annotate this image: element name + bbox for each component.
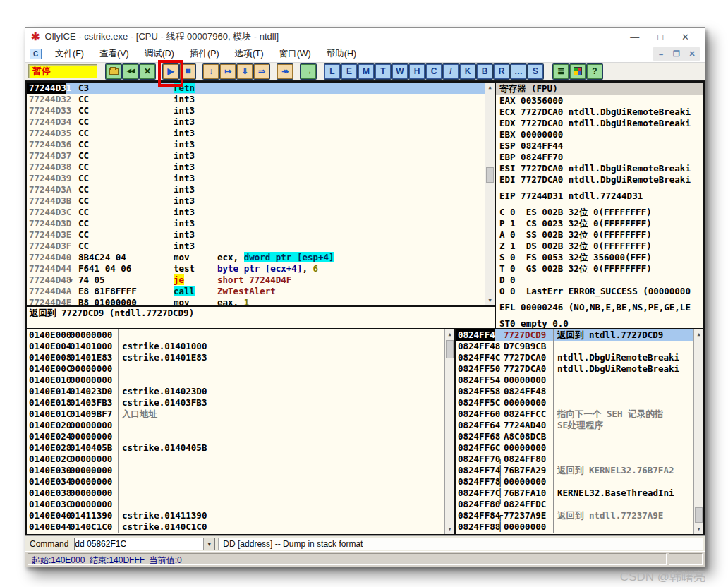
go-to-address-button[interactable]: →: [301, 64, 316, 79]
stack-row[interactable]: 0824FF78│00000000: [456, 476, 703, 488]
dump-row[interactable]: 0140E0280140405Bcstrike.0140405B: [27, 442, 454, 454]
register-line[interactable]: ESP 0824FF44: [496, 140, 703, 152]
dump-row[interactable]: 0140E03400000000: [27, 476, 454, 488]
dump-row[interactable]: 0140E04001411390cstrike.01411390: [27, 510, 454, 521]
disasm-row[interactable]: 77244D39CCint3: [27, 173, 495, 184]
menu-item[interactable]: 帮助(H): [320, 47, 363, 61]
close-icon[interactable]: ✕: [681, 32, 689, 42]
dump-row[interactable]: 0140E00401401000cstrike.01401000: [27, 341, 454, 352]
letter-button-/[interactable]: /: [443, 64, 459, 79]
stack-row[interactable]: 0824FF48D7C9B9CB: [456, 341, 703, 352]
stack-row[interactable]: 0824FF647724AD40SE处理程序: [456, 420, 703, 431]
stack-row[interactable]: 0824FF6C00000000: [456, 442, 703, 454]
disasm-row[interactable]: 77244D3ECCint3: [27, 229, 495, 241]
dump-row[interactable]: 0140E02C00000000: [27, 454, 454, 465]
stack-row[interactable]: 0824FF74│76B7FA29返回到 KERNEL32.76B7FA2: [456, 465, 703, 476]
step-into-button[interactable]: ↓: [203, 64, 219, 79]
dump-row[interactable]: 0140E0440140C1C0cstrike.0140C1C0: [27, 521, 454, 533]
run-button[interactable]: ▶: [163, 64, 178, 79]
stack-row[interactable]: 0824FF447727DCD9返回到 ntdll.7727DCD9: [456, 329, 703, 341]
scroll-thumb[interactable]: [486, 167, 494, 183]
step-over-button[interactable]: ↦: [220, 64, 236, 79]
scroll-up-icon[interactable]: ▲: [485, 83, 495, 92]
dump-row[interactable]: 0140E01000000000: [27, 375, 454, 386]
disasm-row[interactable]: 77244D3CCCint3: [27, 207, 495, 218]
dump-row[interactable]: 0140E014014023D0cstrike.014023D0: [27, 386, 454, 397]
stack-row[interactable]: 0824FF70┌0824FF80: [456, 454, 703, 465]
restart-button[interactable]: ◀◀: [123, 64, 138, 79]
disasm-row[interactable]: 77244D33CCint3: [27, 105, 495, 116]
minimize-icon[interactable]: —: [630, 32, 639, 42]
register-line[interactable]: ESI 7727DCA0 ntdll.DbgUiRemoteBreaki: [496, 163, 703, 174]
register-line[interactable]: T 0 GS 002B 32位 0(FFFFFFFF): [496, 263, 703, 274]
disasm-row[interactable]: 77244D3DCCint3: [27, 218, 495, 229]
dump-row[interactable]: 0140E01801403FB3cstrike.01403FB3: [27, 397, 454, 409]
pause-button[interactable]: ▮▮: [180, 64, 195, 79]
letter-button-K[interactable]: K: [460, 64, 475, 79]
letter-button-E[interactable]: E: [341, 64, 357, 79]
menu-item[interactable]: 窗口(W): [273, 47, 317, 61]
register-line[interactable]: EFL 00000246 (NO,NB,E,BE,NS,PE,GE,LE: [496, 302, 703, 313]
maximize-icon[interactable]: □: [657, 32, 663, 42]
scroll-up-icon[interactable]: ▲: [694, 329, 703, 339]
register-line[interactable]: S 0 FS 0053 32位 356000(FFF): [496, 252, 703, 263]
stack-row[interactable]: 0824FF84┌77237A9E返回到 ntdll.77237A9E: [456, 510, 703, 521]
dropdown-arrow-icon[interactable]: ▾: [203, 538, 214, 550]
disasm-row[interactable]: 77244D34CCint3: [27, 116, 495, 128]
letter-button-R[interactable]: R: [494, 64, 509, 79]
register-line[interactable]: EBX 00000000: [496, 129, 703, 140]
command-input[interactable]: [75, 539, 203, 549]
disasm-row[interactable]: 77244D3BCCint3: [27, 195, 495, 207]
dump-row[interactable]: 0140E01C01409BF7入口地址: [27, 409, 454, 420]
register-line[interactable]: EDX 7727DCA0 ntdll.DbgUiRemoteBreaki: [496, 118, 703, 129]
stack-row[interactable]: 0824FF600824FFCC指向下一个 SEH 记录的指: [456, 409, 703, 420]
register-line[interactable]: A 0 SS 002B 32位 0(FFFFFFFF): [496, 229, 703, 241]
dump-row[interactable]: 0140E03800000000: [27, 488, 454, 499]
disasm-row[interactable]: 77244D31C3retn: [27, 83, 495, 94]
register-line[interactable]: EDI 7727DCA0 ntdll.DbgUiRemoteBreaki: [496, 174, 703, 186]
menu-item[interactable]: 选项(T): [229, 47, 270, 61]
letter-button-B[interactable]: B: [477, 64, 492, 79]
stack-row[interactable]: 0824FF5400000000: [456, 375, 703, 386]
stack-scrollbar[interactable]: ▲ ▼: [693, 329, 703, 534]
dump-row[interactable]: 0140E00801401E83cstrike.01401E83: [27, 352, 454, 363]
menu-item[interactable]: 文件(F): [49, 47, 90, 61]
letter-button-W[interactable]: W: [392, 64, 408, 79]
disasm-row[interactable]: 77244D4AE8 81F8FFFFcallZwTestAlert: [27, 286, 495, 297]
dump-row[interactable]: 0140E03000000000: [27, 465, 454, 476]
register-line[interactable]: Z 1 DS 002B 32位 0(FFFFFFFF): [496, 241, 703, 252]
appearance-button[interactable]: [570, 64, 586, 79]
animate-into-button[interactable]: ⇓: [237, 64, 253, 79]
stack-row[interactable]: 0824FF80└0824FFDC: [456, 499, 703, 510]
open-file-button[interactable]: [106, 64, 121, 79]
scroll-down-icon[interactable]: ▼: [694, 524, 703, 534]
letter-button-L[interactable]: L: [324, 64, 340, 79]
register-line[interactable]: O 0 LastErr ERROR_SUCCESS (00000000: [496, 286, 703, 297]
scroll-down-icon[interactable]: ▼: [445, 524, 454, 534]
disasm-row[interactable]: 77244D3ACCint3: [27, 184, 495, 195]
mdi-minimize-icon[interactable]: –: [654, 48, 668, 60]
scroll-up-icon[interactable]: ▲: [445, 329, 454, 339]
scroll-thumb[interactable]: [695, 507, 703, 523]
disasm-row[interactable]: 77244D408B4C24 04movecx, dword ptr [esp+…: [27, 252, 495, 263]
letter-button-M[interactable]: M: [358, 64, 374, 79]
disasm-row[interactable]: 77244D37CCint3: [27, 150, 495, 162]
help-button[interactable]: ?: [587, 64, 602, 79]
dump-row[interactable]: 0140E03C00000000: [27, 499, 454, 510]
register-line[interactable]: ECX 7727DCA0 ntdll.DbgUiRemoteBreaki: [496, 107, 703, 118]
letter-button-C[interactable]: C: [426, 64, 442, 79]
disasm-row[interactable]: 77244D36CCint3: [27, 139, 495, 150]
disasm-row[interactable]: 77244D4EB8 01000000moveax, 1: [27, 297, 495, 305]
register-line[interactable]: EBP 0824FF70: [496, 152, 703, 163]
menu-item[interactable]: 插件(P): [183, 47, 226, 61]
disasm-row[interactable]: 77244D35CCint3: [27, 128, 495, 139]
close-program-button[interactable]: ✕: [140, 64, 155, 79]
dump-row[interactable]: 0140E02400000000: [27, 431, 454, 442]
mdi-restore-icon[interactable]: ❐: [669, 48, 684, 60]
letter-button-S[interactable]: S: [528, 64, 543, 79]
stack-row[interactable]: 0824FF68A8C08DCB: [456, 431, 703, 442]
register-line[interactable]: P 1 CS 0023 32位 0(FFFFFFFF): [496, 218, 703, 229]
register-line[interactable]: EAX 00356000: [496, 95, 703, 107]
disasm-row[interactable]: 77244D32CCint3: [27, 94, 495, 105]
dump-row[interactable]: 0140E02000000000: [27, 420, 454, 431]
